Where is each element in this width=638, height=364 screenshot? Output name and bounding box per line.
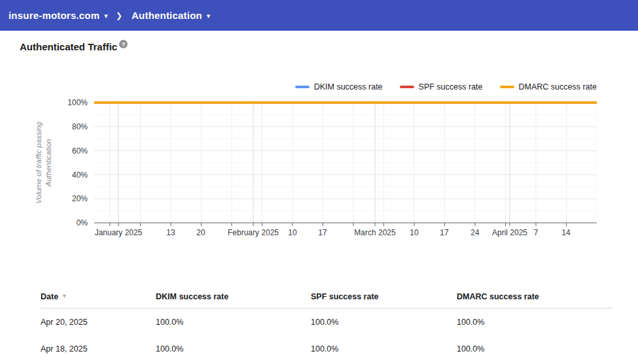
legend-item-spf: SPF success rate — [400, 82, 483, 91]
y-tick-label: 20% — [0, 194, 88, 203]
y-tick-label: 80% — [0, 122, 88, 131]
y-tick-label: 60% — [0, 146, 88, 156]
authentication-results-table: Date ▼ DKIM success rate SPF success rat… — [41, 285, 612, 362]
table-row: Apr 20, 2025 100.0% 100.0% 100.0% — [41, 308, 612, 335]
column-header-dmarc[interactable]: DMARC success rate — [457, 292, 612, 301]
x-tick-label: 17 — [430, 228, 459, 237]
x-tick-label: 13 — [156, 228, 185, 237]
spf-line-swatch-icon — [400, 86, 414, 88]
dmarc-cell: 100.0% — [457, 344, 612, 354]
dmarc-line-swatch-icon — [500, 86, 514, 88]
spf-cell: 100.0% — [311, 318, 457, 327]
spf-cell: 100.0% — [311, 344, 457, 354]
y-tick-label: 40% — [0, 171, 88, 180]
date-cell: Apr 20, 2025 — [41, 318, 156, 327]
dkim-cell: 100.0% — [156, 318, 311, 327]
authenticated-traffic-chart: DKIM success rate SPF success rate DMARC… — [0, 0, 638, 261]
column-header-dkim[interactable]: DKIM success rate — [156, 292, 311, 301]
x-tick-label: 20 — [186, 228, 215, 237]
sort-desc-icon: ▼ — [62, 293, 67, 299]
minor-gridlines — [94, 114, 597, 210]
y-tick-label: 100% — [0, 98, 88, 107]
x-tick-label: 14 — [552, 228, 580, 237]
table-header-row: Date ▼ DKIM success rate SPF success rat… — [41, 285, 612, 308]
x-tick-label: 7 — [522, 228, 550, 237]
major-gridlines — [94, 103, 597, 199]
legend-item-dmarc: DMARC success rate — [500, 82, 597, 91]
dkim-cell: 100.0% — [156, 344, 311, 354]
y-tick-label: 0% — [0, 218, 88, 227]
table-row: Apr 18, 2025 100.0% 100.0% 100.0% — [41, 335, 612, 362]
chart-legend: DKIM success rate SPF success rate DMARC… — [295, 82, 597, 91]
x-tick-label: 10 — [400, 228, 429, 237]
legend-label: DKIM success rate — [314, 82, 383, 91]
legend-label: SPF success rate — [419, 82, 483, 91]
legend-item-dkim: DKIM success rate — [295, 82, 383, 91]
x-axis-ticks — [110, 223, 567, 226]
x-tick-label: 10 — [278, 228, 307, 237]
column-header-date[interactable]: Date ▼ — [41, 292, 156, 301]
chart-plot-area[interactable] — [94, 95, 597, 233]
legend-label: DMARC success rate — [519, 82, 597, 91]
column-header-spf[interactable]: SPF success rate — [311, 292, 457, 301]
x-tick-label: 17 — [308, 228, 337, 237]
dkim-line-swatch-icon — [295, 86, 310, 88]
x-tick-label-month: January 2025 — [79, 228, 158, 237]
date-cell: Apr 18, 2025 — [41, 344, 156, 354]
dmarc-cell: 100.0% — [457, 318, 612, 327]
